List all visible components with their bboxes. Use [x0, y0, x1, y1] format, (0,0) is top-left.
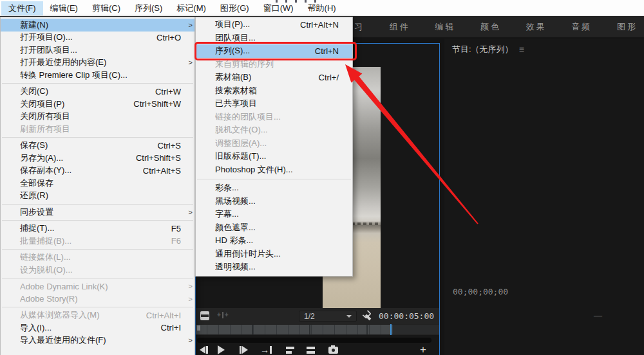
menu-item[interactable]: 搜索素材箱 >: [196, 84, 352, 98]
menubar-item[interactable]: 剪辑(C): [85, 1, 128, 15]
menu-item[interactable]: 序列(S)... Ctrl+N >: [196, 44, 352, 58]
menu-item[interactable]: 保存副本(Y)... Ctrl+Alt+S >: [1, 165, 194, 178]
menu-item[interactable]: 打开最近使用的内容(E) >: [1, 57, 194, 69]
menu-item-shortcut: Ctrl+O: [156, 33, 184, 42]
menu-item[interactable]: 另存为(A)... Ctrl+Shift+S >: [1, 152, 194, 165]
workspace-tab[interactable]: 图形: [616, 19, 639, 35]
menu-separator: [2, 204, 193, 205]
step-back-icon[interactable]: [200, 345, 208, 355]
menubar-item[interactable]: 标记(M): [169, 1, 213, 15]
menubar: 文件(F) 编辑(E) 剪辑(C) 序列(S) 标记(M) 图形(G) 窗口(W…: [1, 1, 343, 15]
menu-item[interactable]: 透明视频... >: [196, 260, 352, 274]
program-fit-indicator[interactable]: —: [594, 311, 602, 320]
submenu-arrow-icon: >: [184, 21, 193, 29]
menu-item[interactable]: 导入最近使用的文件(F) >: [1, 334, 194, 347]
menu-item-label: 彩条...: [215, 182, 239, 194]
workspace-tab[interactable]: 效果: [525, 19, 548, 35]
menu-item-shortcut: Ctrl+Alt+S: [143, 166, 184, 176]
chevron-down-icon: [346, 315, 352, 318]
workspace-tab[interactable]: 组件: [388, 19, 412, 35]
menu-item[interactable]: 全部保存 >: [1, 177, 194, 190]
export-frame-icon[interactable]: [328, 345, 338, 355]
menu-item[interactable]: 彩条... >: [196, 181, 352, 195]
menubar-item[interactable]: 图形(G): [213, 1, 256, 15]
submenu-arrow-icon: >: [184, 59, 193, 66]
workspace-tab[interactable]: 音频: [570, 19, 593, 35]
source-time-ruler[interactable]: [196, 324, 439, 335]
menu-item[interactable]: 关闭(C) Ctrl+W >: [1, 86, 194, 98]
menu-item[interactable]: 黑场视频... >: [196, 195, 352, 208]
menu-item[interactable]: 同步设置 >: [1, 206, 194, 219]
menu-item[interactable]: 新建(N) >: [1, 19, 194, 32]
menu-item[interactable]: 刷新所有项目 >: [1, 123, 194, 136]
menu-item-label: 设为脱机(O)...: [20, 264, 73, 276]
menu-item[interactable]: 素材箱(B) Ctrl+/ >: [196, 71, 352, 84]
menu-item[interactable]: 打开项目(O)... Ctrl+O >: [1, 32, 194, 44]
menu-item-label: 刷新所有项目: [20, 123, 70, 135]
overwrite-icon[interactable]: [307, 345, 315, 355]
menu-item[interactable]: 链接媒体(L)... >: [1, 251, 194, 264]
menu-item[interactable]: 关闭所有项目 >: [1, 111, 194, 123]
menu-item-label: 已共享项目: [215, 98, 257, 109]
file-menu: 新建(N) > 打开项目(O)... Ctrl+O > 打开团队项目... > …: [0, 17, 195, 355]
workspace-tab[interactable]: 编辑: [433, 19, 457, 35]
program-timecode: 00;00;00;00: [453, 287, 508, 296]
viewer-zoom-select[interactable]: 1/2: [299, 311, 357, 322]
menu-item[interactable]: 来自剪辑的序列 >: [196, 58, 352, 71]
drag-video-icon[interactable]: [200, 311, 209, 320]
menu-item[interactable]: 字幕... >: [196, 208, 352, 221]
workspace-tab[interactable]: 颜色: [479, 19, 502, 35]
menu-item[interactable]: 打开团队项目... >: [1, 44, 194, 57]
menu-item[interactable]: 转换 Premiere Clip 项目(C)... >: [1, 69, 194, 82]
menu-separator: [2, 307, 193, 307]
clip-duration: 00:00:05:00: [379, 311, 434, 321]
menu-item-label: 全部保存: [20, 178, 53, 189]
menu-item[interactable]: 颜色遮罩... >: [196, 221, 352, 235]
menu-item[interactable]: 项目(P)... Ctrl+Alt+N >: [196, 18, 352, 32]
menu-item[interactable]: 捕捉(T)... F5 >: [1, 223, 194, 235]
menubar-item[interactable]: 帮助(H): [301, 1, 343, 15]
time-ruler-track[interactable]: [196, 325, 393, 334]
menu-item-shortcut: F6: [171, 236, 184, 246]
menubar-item[interactable]: 编辑(E): [43, 1, 85, 15]
menu-item[interactable]: 调整图层(A)... >: [196, 137, 352, 150]
menu-item-shortcut: F5: [171, 224, 184, 233]
menu-item-label: 调整图层(A)...: [215, 138, 267, 149]
menu-item-label: 序列(S)...: [215, 45, 250, 57]
menu-item-label: Photoshop 文件(H)...: [215, 164, 293, 176]
menubar-item[interactable]: 窗口(W): [256, 1, 301, 15]
go-to-out-icon[interactable]: →: [260, 345, 272, 355]
menu-item[interactable]: 团队项目... >: [196, 32, 352, 45]
menu-item[interactable]: Adobe Dynamic Link(K) >: [1, 280, 194, 293]
menu-item[interactable]: Photoshop 文件(H)... >: [196, 163, 352, 177]
menu-item-label: 捕捉(T)...: [20, 223, 54, 234]
submenu-arrow-icon: >: [184, 282, 193, 290]
menu-item[interactable]: 关闭项目(P) Ctrl+Shift+W >: [1, 98, 194, 111]
menu-item[interactable]: 旧版标题(T)... >: [196, 150, 352, 163]
menu-item[interactable]: 链接的团队项目... >: [196, 111, 352, 124]
menu-item-label: 来自剪辑的序列: [215, 59, 274, 70]
menu-item[interactable]: 还原(R) >: [1, 190, 194, 203]
menu-item[interactable]: 保存(S) Ctrl+S >: [1, 140, 194, 152]
panel-menu-icon[interactable]: ≡: [519, 44, 524, 55]
button-editor-icon[interactable]: +: [420, 345, 426, 355]
play-icon[interactable]: [218, 345, 225, 355]
horizontal-scrollbar[interactable]: [197, 338, 431, 343]
menu-item[interactable]: 导入(I)... Ctrl+I >: [1, 322, 194, 334]
menu-item[interactable]: 通用倒计时片头... >: [196, 248, 352, 261]
menu-item[interactable]: 设为脱机(O)... >: [1, 264, 194, 277]
menu-item[interactable]: 批量捕捉(B)... F6 >: [1, 235, 194, 248]
menu-item[interactable]: 已共享项目 >: [196, 97, 352, 111]
menu-separator: [2, 249, 193, 250]
menu-item[interactable]: HD 彩条... >: [196, 234, 352, 248]
step-forward-icon[interactable]: [240, 345, 248, 355]
menubar-item[interactable]: 序列(S): [128, 1, 169, 15]
settings-wrench-icon[interactable]: [361, 310, 374, 323]
menu-item[interactable]: Adobe Story(R) >: [1, 293, 194, 305]
insert-icon[interactable]: [286, 345, 294, 355]
playhead-marker[interactable]: [390, 324, 392, 335]
menu-item[interactable]: 从媒体浏览器导入(M) Ctrl+Alt+I >: [1, 309, 194, 322]
menubar-item[interactable]: 文件(F): [1, 1, 43, 15]
menu-item[interactable]: 脱机文件(O)... >: [196, 123, 352, 137]
drag-audio-icon[interactable]: ++: [217, 311, 229, 318]
